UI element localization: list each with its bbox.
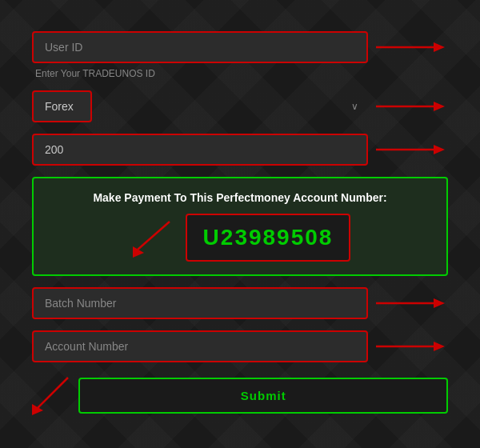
svg-marker-13	[32, 404, 43, 415]
svg-marker-1	[434, 42, 445, 52]
batch-number-input[interactable]	[32, 287, 368, 319]
diagonal-arrow-icon	[130, 218, 178, 258]
svg-marker-11	[434, 342, 445, 351]
payment-box: Make Payment To This Perfectmoney Accoun…	[32, 177, 448, 276]
svg-marker-9	[434, 298, 445, 308]
user-id-input[interactable]	[32, 31, 368, 63]
forex-arrow	[376, 98, 448, 115]
arrow-icon	[376, 294, 448, 312]
user-id-arrow	[376, 38, 448, 56]
svg-line-6	[138, 222, 170, 250]
account-number-input[interactable]	[32, 330, 368, 362]
forex-select-wrapper: Forex Crypto Stocks	[32, 90, 368, 122]
arrow-icon	[376, 38, 448, 56]
batch-number-row	[32, 287, 448, 319]
amount-input[interactable]	[32, 134, 368, 166]
submit-arrow-icon	[32, 374, 70, 418]
helper-text: Enter Your TRADEUNOS ID	[32, 68, 448, 79]
forex-select[interactable]: Forex Crypto Stocks	[32, 90, 92, 122]
svg-marker-5	[434, 145, 445, 154]
svg-marker-3	[434, 102, 445, 111]
arrow-icon	[376, 338, 448, 355]
account-number-value: U23989508	[203, 225, 334, 250]
account-number-display: U23989508	[186, 214, 351, 262]
form-container: Enter Your TRADEUNOS ID Forex Crypto Sto…	[32, 31, 448, 418]
submit-row: Submit	[32, 374, 448, 418]
user-id-row	[32, 31, 448, 63]
submit-button[interactable]: Submit	[78, 378, 448, 414]
amount-row	[32, 134, 448, 166]
arrow-icon	[376, 98, 448, 115]
account-arrow	[376, 338, 448, 355]
forex-row: Forex Crypto Stocks	[32, 90, 448, 122]
arrow-icon	[376, 141, 448, 158]
amount-arrow	[376, 141, 448, 158]
account-number-row	[32, 330, 448, 362]
payment-label: Make Payment To This Perfectmoney Accoun…	[46, 191, 434, 204]
batch-arrow	[376, 294, 448, 312]
svg-line-12	[36, 378, 68, 410]
